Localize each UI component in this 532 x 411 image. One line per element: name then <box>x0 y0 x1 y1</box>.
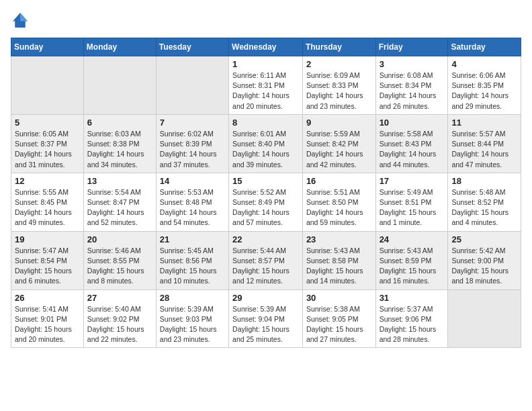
day-info: Sunrise: 5:46 AM Sunset: 8:55 PM Dayligh… <box>87 246 152 287</box>
day-info: Sunrise: 6:05 AM Sunset: 8:37 PM Dayligh… <box>15 129 80 170</box>
day-number: 24 <box>380 234 445 244</box>
calendar-cell: 8Sunrise: 6:01 AM Sunset: 8:40 PM Daylig… <box>229 114 303 173</box>
day-number: 6 <box>87 118 152 128</box>
day-info: Sunrise: 6:06 AM Sunset: 8:35 PM Dayligh… <box>451 71 517 111</box>
day-number: 13 <box>87 176 152 186</box>
calendar-cell: 13Sunrise: 5:54 AM Sunset: 8:47 PM Dayli… <box>83 173 156 231</box>
calendar-cell: 10Sunrise: 5:58 AM Sunset: 8:43 PM Dayli… <box>375 114 448 173</box>
column-header-friday: Friday <box>375 38 448 56</box>
day-number: 8 <box>232 118 299 128</box>
day-info: Sunrise: 5:45 AM Sunset: 8:56 PM Dayligh… <box>160 246 225 287</box>
calendar-cell <box>156 56 228 115</box>
calendar-cell: 11Sunrise: 5:57 AM Sunset: 8:44 PM Dayli… <box>448 114 521 173</box>
day-info: Sunrise: 6:03 AM Sunset: 8:38 PM Dayligh… <box>87 129 152 170</box>
day-info: Sunrise: 5:38 AM Sunset: 9:05 PM Dayligh… <box>306 304 372 345</box>
calendar-week-row: 1Sunrise: 6:11 AM Sunset: 8:31 PM Daylig… <box>11 56 521 115</box>
column-header-saturday: Saturday <box>448 38 521 56</box>
day-number: 10 <box>380 118 445 128</box>
day-info: Sunrise: 5:52 AM Sunset: 8:49 PM Dayligh… <box>232 187 299 228</box>
calendar-cell: 22Sunrise: 5:44 AM Sunset: 8:57 PM Dayli… <box>229 231 303 289</box>
day-info: Sunrise: 5:59 AM Sunset: 8:42 PM Dayligh… <box>306 129 372 170</box>
calendar-week-row: 5Sunrise: 6:05 AM Sunset: 8:37 PM Daylig… <box>11 114 521 173</box>
day-info: Sunrise: 5:43 AM Sunset: 8:58 PM Dayligh… <box>306 246 372 287</box>
calendar-cell: 29Sunrise: 5:39 AM Sunset: 9:04 PM Dayli… <box>229 289 303 348</box>
calendar-cell: 7Sunrise: 6:02 AM Sunset: 8:39 PM Daylig… <box>156 114 228 173</box>
calendar-cell: 6Sunrise: 6:03 AM Sunset: 8:38 PM Daylig… <box>83 114 156 173</box>
calendar-cell <box>11 56 84 115</box>
column-header-wednesday: Wednesday <box>229 38 303 56</box>
calendar-cell: 4Sunrise: 6:06 AM Sunset: 8:35 PM Daylig… <box>448 56 521 115</box>
day-number: 17 <box>380 176 445 186</box>
calendar-cell: 19Sunrise: 5:47 AM Sunset: 8:54 PM Dayli… <box>11 231 84 289</box>
day-info: Sunrise: 5:47 AM Sunset: 8:54 PM Dayligh… <box>15 246 80 287</box>
calendar-cell: 2Sunrise: 6:09 AM Sunset: 8:33 PM Daylig… <box>302 56 375 115</box>
calendar-cell: 9Sunrise: 5:59 AM Sunset: 8:42 PM Daylig… <box>302 114 375 173</box>
day-number: 15 <box>232 176 299 186</box>
day-number: 28 <box>160 293 225 303</box>
calendar-cell: 17Sunrise: 5:49 AM Sunset: 8:51 PM Dayli… <box>375 173 448 231</box>
day-info: Sunrise: 5:44 AM Sunset: 8:57 PM Dayligh… <box>232 246 299 287</box>
day-number: 21 <box>160 234 225 244</box>
day-number: 3 <box>380 59 445 69</box>
calendar-cell: 25Sunrise: 5:42 AM Sunset: 9:00 PM Dayli… <box>448 231 521 289</box>
day-number: 23 <box>306 234 372 244</box>
day-info: Sunrise: 6:08 AM Sunset: 8:34 PM Dayligh… <box>380 71 445 111</box>
day-info: Sunrise: 5:55 AM Sunset: 8:45 PM Dayligh… <box>15 187 80 228</box>
calendar-cell: 1Sunrise: 6:11 AM Sunset: 8:31 PM Daylig… <box>229 56 303 115</box>
day-number: 2 <box>306 59 372 69</box>
day-number: 9 <box>306 118 372 128</box>
calendar-cell: 31Sunrise: 5:37 AM Sunset: 9:06 PM Dayli… <box>375 289 448 348</box>
day-info: Sunrise: 5:41 AM Sunset: 9:01 PM Dayligh… <box>15 304 80 345</box>
calendar-cell: 20Sunrise: 5:46 AM Sunset: 8:55 PM Dayli… <box>83 231 156 289</box>
day-info: Sunrise: 6:09 AM Sunset: 8:33 PM Dayligh… <box>306 71 372 111</box>
day-number: 19 <box>15 234 80 244</box>
calendar: SundayMondayTuesdayWednesdayThursdayFrid… <box>11 38 521 348</box>
calendar-cell: 12Sunrise: 5:55 AM Sunset: 8:45 PM Dayli… <box>11 173 84 231</box>
logo <box>11 11 32 30</box>
day-number: 7 <box>160 118 225 128</box>
column-header-sunday: Sunday <box>11 38 84 56</box>
calendar-cell: 30Sunrise: 5:38 AM Sunset: 9:05 PM Dayli… <box>302 289 375 348</box>
day-info: Sunrise: 5:51 AM Sunset: 8:50 PM Dayligh… <box>306 187 372 228</box>
calendar-cell: 15Sunrise: 5:52 AM Sunset: 8:49 PM Dayli… <box>229 173 303 231</box>
day-info: Sunrise: 6:01 AM Sunset: 8:40 PM Dayligh… <box>232 129 299 170</box>
calendar-cell: 26Sunrise: 5:41 AM Sunset: 9:01 PM Dayli… <box>11 289 84 348</box>
day-number: 25 <box>451 234 517 244</box>
day-number: 27 <box>87 293 152 303</box>
calendar-cell: 28Sunrise: 5:39 AM Sunset: 9:03 PM Dayli… <box>156 289 228 348</box>
calendar-cell: 3Sunrise: 6:08 AM Sunset: 8:34 PM Daylig… <box>375 56 448 115</box>
day-info: Sunrise: 5:58 AM Sunset: 8:43 PM Dayligh… <box>380 129 445 170</box>
calendar-header-row: SundayMondayTuesdayWednesdayThursdayFrid… <box>11 38 521 56</box>
day-info: Sunrise: 5:48 AM Sunset: 8:52 PM Dayligh… <box>451 187 517 228</box>
day-info: Sunrise: 5:57 AM Sunset: 8:44 PM Dayligh… <box>451 129 517 170</box>
logo-icon <box>11 11 30 30</box>
calendar-cell: 23Sunrise: 5:43 AM Sunset: 8:58 PM Dayli… <box>302 231 375 289</box>
calendar-cell: 24Sunrise: 5:43 AM Sunset: 8:59 PM Dayli… <box>375 231 448 289</box>
calendar-week-row: 19Sunrise: 5:47 AM Sunset: 8:54 PM Dayli… <box>11 231 521 289</box>
calendar-week-row: 26Sunrise: 5:41 AM Sunset: 9:01 PM Dayli… <box>11 289 521 348</box>
day-number: 26 <box>15 293 80 303</box>
day-info: Sunrise: 5:39 AM Sunset: 9:04 PM Dayligh… <box>232 304 299 345</box>
day-info: Sunrise: 6:11 AM Sunset: 8:31 PM Dayligh… <box>232 71 299 111</box>
column-header-monday: Monday <box>83 38 156 56</box>
calendar-cell: 27Sunrise: 5:40 AM Sunset: 9:02 PM Dayli… <box>83 289 156 348</box>
day-number: 18 <box>451 176 517 186</box>
calendar-cell: 21Sunrise: 5:45 AM Sunset: 8:56 PM Dayli… <box>156 231 228 289</box>
header <box>11 11 521 30</box>
calendar-cell: 16Sunrise: 5:51 AM Sunset: 8:50 PM Dayli… <box>302 173 375 231</box>
day-info: Sunrise: 5:43 AM Sunset: 8:59 PM Dayligh… <box>380 246 445 287</box>
day-number: 12 <box>15 176 80 186</box>
calendar-cell <box>448 289 521 348</box>
day-number: 20 <box>87 234 152 244</box>
day-number: 5 <box>15 118 80 128</box>
day-info: Sunrise: 5:53 AM Sunset: 8:48 PM Dayligh… <box>160 187 225 228</box>
calendar-cell: 18Sunrise: 5:48 AM Sunset: 8:52 PM Dayli… <box>448 173 521 231</box>
day-number: 22 <box>232 234 299 244</box>
column-header-tuesday: Tuesday <box>156 38 228 56</box>
day-info: Sunrise: 5:39 AM Sunset: 9:03 PM Dayligh… <box>160 304 225 345</box>
day-number: 14 <box>160 176 225 186</box>
day-number: 16 <box>306 176 372 186</box>
day-number: 4 <box>451 59 517 69</box>
day-info: Sunrise: 5:54 AM Sunset: 8:47 PM Dayligh… <box>87 187 152 228</box>
day-info: Sunrise: 5:49 AM Sunset: 8:51 PM Dayligh… <box>380 187 445 228</box>
